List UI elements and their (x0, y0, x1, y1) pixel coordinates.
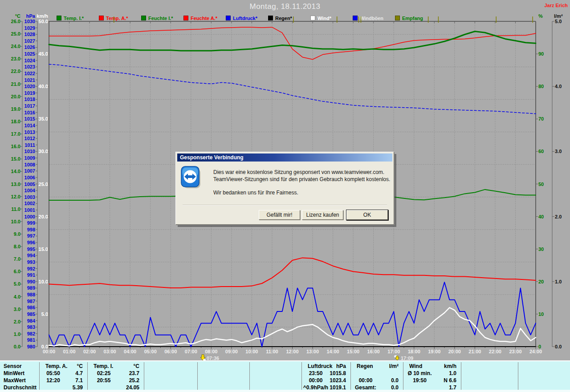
axis-label-hpa: 1002 (8, 201, 35, 206)
x-axis-label: 19:00 (424, 349, 444, 354)
x-axis-label: 02:00 (80, 349, 99, 354)
row-label-1: MinWert (4, 370, 24, 377)
cell-min-value: 23.7 (87, 370, 139, 377)
axis-label-kmh: 40.0 (21, 84, 48, 89)
axis-label-hpa: 1004 (8, 188, 35, 193)
axis-label-hpa: 987 (8, 299, 35, 303)
axis-label-hpa: 986 (8, 305, 35, 310)
x-axis-label: 23:00 (505, 349, 525, 354)
axis-label-hpa: 1029 (8, 26, 35, 30)
x-axis-label: 05:00 (141, 349, 160, 354)
axis-label-lm2: 2.0 (555, 214, 562, 219)
cell-max-value: 7.1 (39, 377, 83, 384)
axis-label-hpa: 1028 (8, 32, 35, 36)
axis-label-kmh: 50.0 (21, 19, 48, 24)
axis-label-hpa: 1019 (8, 91, 35, 95)
x-axis-label: 07:00 (181, 349, 201, 354)
sunrise-icon (200, 354, 206, 361)
axis-label-hpa: 1011 (8, 143, 35, 147)
x-axis-label: 14:00 (323, 349, 343, 354)
x-axis-label: 16:00 (364, 349, 383, 354)
axis-label-hpa: 1009 (8, 156, 35, 160)
x-axis-label: 24:00 (526, 349, 546, 354)
x-axis-label: 04:00 (120, 349, 140, 354)
summary-table: SensorMinWertMaxWertDurchschnittTemp. A.… (0, 360, 570, 392)
cell-min-value: 4.7 (39, 370, 83, 377)
cell-avg-value: 24.05 (87, 384, 139, 391)
axis-label-hpa: 1024 (8, 58, 35, 63)
axis-label-hpa: 1012 (8, 136, 35, 141)
axis-label-hpa: 1026 (8, 45, 35, 49)
cell-max-value: 0.0 (350, 377, 399, 384)
axis-label-kmh: 30.0 (21, 149, 48, 154)
cell-avg-value: 5.39 (39, 384, 83, 391)
axis-label-lm2: 3.0 (555, 149, 562, 154)
axis-label-hpa: 1017 (8, 104, 35, 108)
axis-label-lm2: 0.0 (555, 344, 562, 349)
dialog-divider (183, 205, 387, 206)
axis-label-hpa: 1023 (8, 65, 35, 69)
cell-max-value: N 6.6 (403, 377, 456, 384)
axis-label-hpa: 1027 (8, 39, 35, 43)
x-axis-label: 06:00 (161, 349, 180, 354)
table-separator (518, 362, 518, 390)
axis-label-pct: 70 (538, 117, 544, 121)
axis-label-hpa: 1018 (8, 97, 35, 101)
x-axis-label: 12:00 (283, 349, 302, 354)
x-axis-label: 01:00 (60, 349, 79, 354)
axis-label-kmh: 20.0 (21, 214, 48, 219)
axis-label-lm2: 5.0 (555, 19, 562, 24)
axis-label-hpa: 996 (8, 240, 35, 245)
axis-label-pct: 80 (538, 84, 544, 89)
axis-label-kmh: 0.0 (21, 344, 48, 349)
axis-label-hpa: 992 (8, 267, 35, 271)
like-button[interactable]: Gefällt mir! (259, 210, 300, 220)
x-axis-label: 00:00 (39, 349, 59, 354)
axis-label-kmh: 15.0 (21, 247, 48, 251)
dialog-text-line3: Wir bedanken uns für Ihre Fairness. (213, 190, 298, 196)
axis-label-pct: 0 (538, 344, 541, 349)
x-axis-label: 22:00 (485, 349, 505, 354)
axis-label-hpa: 984 (8, 319, 35, 323)
axis-label-pct: 20 (538, 279, 544, 284)
sponsored-session-dialog: Gesponserte Verbindung Dies war eine kos… (175, 152, 394, 225)
axis-label-hpa: 982 (8, 331, 35, 336)
axis-label-hpa: 994 (8, 253, 35, 258)
col-header-unit: km/h (403, 363, 456, 370)
axis-label-hpa: 988 (8, 292, 35, 297)
axis-label-hpa: 1008 (8, 162, 35, 167)
axis-label-kmh: 25.0 (21, 182, 48, 186)
row-label-3: Durchschnitt (4, 384, 37, 391)
buy-license-button[interactable]: Lizenz kaufen (302, 210, 343, 220)
axis-label-pct: 10 (538, 312, 544, 316)
ok-button[interactable]: OK (346, 210, 388, 220)
col-header-unit: °C (87, 363, 139, 370)
dialog-text-line2: TeamViewer-Sitzungen sind für den privat… (213, 176, 390, 182)
cell-avg-value: 1.7 (403, 384, 456, 391)
cell-min-value: 1.0 (403, 370, 456, 377)
axis-label-hpa: 1013 (8, 130, 35, 134)
sunset-icon (394, 354, 400, 361)
dialog-title-bar[interactable]: Gesponserte Verbindung (177, 154, 392, 162)
axis-label-lm2: 1.0 (555, 279, 562, 284)
axis-label-kmh: 5.0 (21, 312, 48, 316)
axis-label-hpa: 993 (8, 260, 35, 264)
x-axis-label: 09:00 (222, 349, 241, 354)
axis-label-kmh: 45.0 (21, 52, 48, 56)
teamviewer-icon (181, 166, 201, 193)
cell-max-value: 1023.4 (301, 377, 346, 384)
table-bottom-strip (0, 390, 570, 392)
axis-label-hpa: 991 (8, 273, 35, 277)
x-axis-label: 11:00 (262, 349, 282, 354)
axis-label-hpa: 989 (8, 286, 35, 290)
axis-label-hpa: 999 (8, 221, 35, 225)
dialog-text-line1: Dies war eine kostenlose Sitzung gespons… (213, 169, 384, 175)
row-label-0: Sensor (4, 363, 22, 370)
table-separator (249, 362, 250, 390)
weather-app-window: Montag, 18.11.2013 Jarz Erich °C hPa km/… (0, 0, 570, 392)
cell-avg-value: 0.0 (350, 384, 399, 391)
axis-label-kmh: 10.0 (21, 279, 48, 284)
cell-max-value: 25.2 (87, 377, 139, 384)
axis-label-hpa: 1021 (8, 78, 35, 82)
col-header-unit: °C (39, 363, 83, 370)
